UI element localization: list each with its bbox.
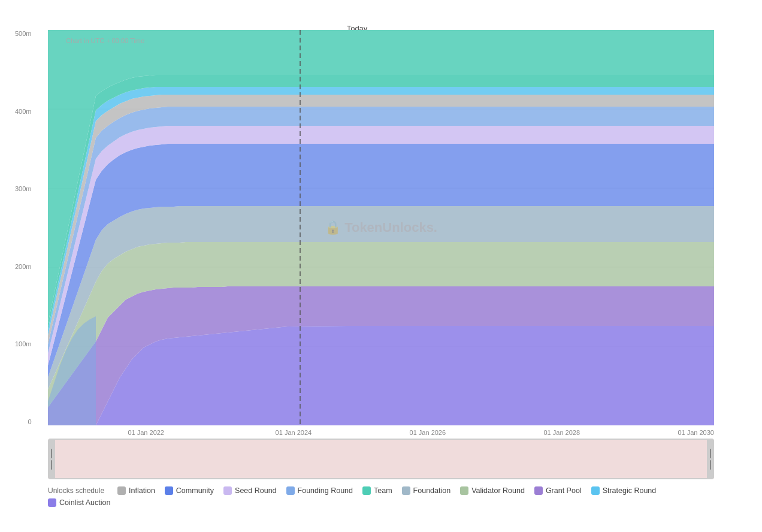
legend-label-community: Community <box>176 486 214 495</box>
legend-item-team: Team <box>362 486 392 495</box>
x-axis: 01 Jan 2022 01 Jan 2024 01 Jan 2026 01 J… <box>48 425 714 436</box>
minimap-inner <box>48 439 714 479</box>
y-label-100m: 100m <box>15 340 32 347</box>
y-label-200m: 200m <box>15 263 32 270</box>
legend-label-inflation: Inflation <box>129 486 155 495</box>
legend-color-seed <box>223 486 232 495</box>
utc-label: Chart in UTC + 00:00 Time <box>66 37 144 44</box>
chart-svg <box>48 30 714 425</box>
legend-title: Unlocks schedule <box>48 486 104 495</box>
legend-item-grant: Grant Pool <box>534 486 582 495</box>
legend-label-founding: Founding Round <box>298 486 353 495</box>
y-label-300m: 300m <box>15 185 32 192</box>
legend-color-inflation <box>117 486 126 495</box>
x-label-2026: 01 Jan 2026 <box>410 429 446 436</box>
minimap-handle-left[interactable] <box>48 439 55 479</box>
y-label-500m: 500m <box>15 30 32 37</box>
legend-item-inflation: Inflation <box>117 486 155 495</box>
minimap-handle-right[interactable] <box>707 439 714 479</box>
legend-color-validator <box>460 486 468 495</box>
chart-area: Chart in UTC + 00:00 Time 500m 400m 300m… <box>48 30 714 425</box>
legend-color-community <box>165 486 173 495</box>
minimap-selection <box>55 439 707 479</box>
legend-color-team <box>362 486 371 495</box>
x-label-2028: 01 Jan 2028 <box>543 429 580 436</box>
legend: Unlocks schedule Inflation Community See… <box>48 479 714 512</box>
legend-label-seed: Seed Round <box>235 486 277 495</box>
legend-item-community: Community <box>165 486 214 495</box>
legend-item-founding: Founding Round <box>286 486 353 495</box>
x-label-2024: 01 Jan 2024 <box>276 429 312 436</box>
minimap[interactable] <box>48 439 714 479</box>
legend-item-seed: Seed Round <box>223 486 277 495</box>
legend-color-grant <box>534 486 543 495</box>
legend-color-founding <box>286 486 295 495</box>
legend-label-validator: Validator Round <box>471 486 525 495</box>
legend-color-foundation <box>402 486 410 495</box>
legend-color-coinlist <box>48 498 56 507</box>
legend-item-strategic: Strategic Round <box>591 486 657 495</box>
chart-container: Today Chart in UTC + 00:00 Time 500m 400… <box>0 0 762 532</box>
y-label-400m: 400m <box>15 108 32 115</box>
legend-label-grant: Grant Pool <box>546 486 582 495</box>
x-label-2030: 01 Jan 2030 <box>678 429 714 436</box>
legend-color-strategic <box>591 486 600 495</box>
legend-label-strategic: Strategic Round <box>603 486 657 495</box>
y-axis: 500m 400m 300m 200m 100m 0 <box>15 30 32 425</box>
legend-label-foundation: Foundation <box>413 486 451 495</box>
legend-label-coinlist: Coinlist Auction <box>59 498 110 507</box>
x-label-2022: 01 Jan 2022 <box>128 429 164 436</box>
legend-label-team: Team <box>374 486 392 495</box>
legend-item-foundation: Foundation <box>402 486 451 495</box>
legend-item-validator: Validator Round <box>460 486 525 495</box>
legend-item-coinlist: Coinlist Auction <box>48 498 110 507</box>
y-label-0: 0 <box>15 418 32 425</box>
